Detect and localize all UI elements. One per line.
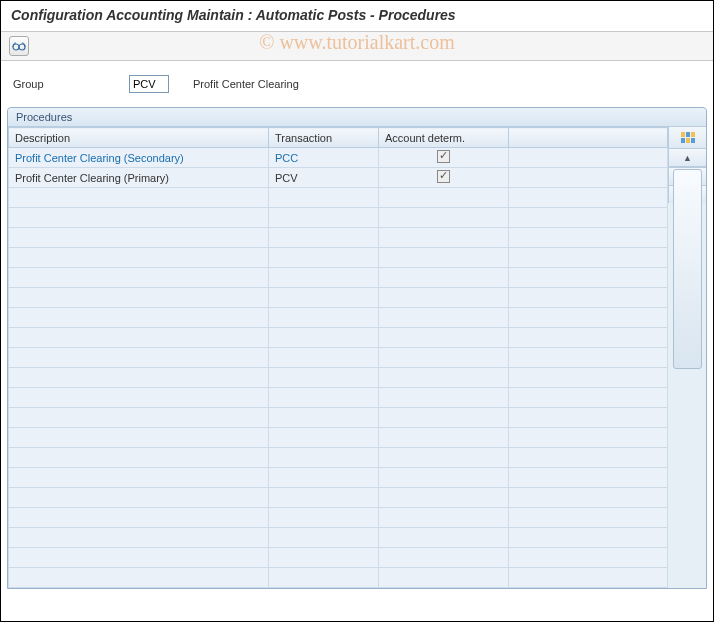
table-row-empty[interactable] (9, 288, 668, 308)
cell-empty[interactable] (379, 368, 509, 388)
cell-empty[interactable] (379, 308, 509, 328)
scrollbar-thumb[interactable] (673, 169, 702, 369)
cell-empty[interactable] (269, 348, 379, 368)
cell-empty[interactable] (509, 288, 668, 308)
table-row[interactable]: Profit Center Clearing (Secondary)PCC (9, 148, 668, 168)
group-input[interactable] (129, 75, 169, 93)
cell-empty[interactable] (269, 568, 379, 588)
cell-empty[interactable] (379, 468, 509, 488)
cell-empty[interactable] (509, 568, 668, 588)
col-account-determ[interactable]: Account determ. (379, 128, 509, 148)
cell-empty[interactable] (379, 508, 509, 528)
cell-empty[interactable] (269, 308, 379, 328)
cell-empty[interactable] (9, 468, 269, 488)
table-row-empty[interactable] (9, 188, 668, 208)
cell-empty[interactable] (9, 348, 269, 368)
cell-empty[interactable] (379, 448, 509, 468)
cell-empty[interactable] (509, 448, 668, 468)
table-row[interactable]: Profit Center Clearing (Primary)PCV (9, 168, 668, 188)
cell-empty[interactable] (509, 208, 668, 228)
cell-empty[interactable] (269, 228, 379, 248)
cell-description[interactable]: Profit Center Clearing (Primary) (9, 168, 269, 188)
table-row-empty[interactable] (9, 368, 668, 388)
cell-empty[interactable] (9, 208, 269, 228)
table-row-empty[interactable] (9, 488, 668, 508)
cell-empty[interactable] (379, 208, 509, 228)
cell-empty[interactable] (379, 548, 509, 568)
cell-empty[interactable] (509, 328, 668, 348)
table-settings-button[interactable] (669, 127, 706, 149)
table-row-empty[interactable] (9, 568, 668, 588)
table-row-empty[interactable] (9, 388, 668, 408)
cell-empty[interactable] (509, 228, 668, 248)
cell-empty[interactable] (9, 508, 269, 528)
cell-empty[interactable] (269, 188, 379, 208)
cell-empty[interactable] (379, 268, 509, 288)
cell-empty[interactable] (269, 468, 379, 488)
table-row-empty[interactable] (9, 328, 668, 348)
cell-empty[interactable] (379, 188, 509, 208)
col-description[interactable]: Description (9, 128, 269, 148)
cell-empty[interactable] (9, 368, 269, 388)
cell-empty[interactable] (509, 308, 668, 328)
cell-empty[interactable] (269, 508, 379, 528)
table-row-empty[interactable] (9, 508, 668, 528)
table-row-empty[interactable] (9, 208, 668, 228)
table-row-empty[interactable] (9, 468, 668, 488)
cell-empty[interactable] (379, 228, 509, 248)
table-row-empty[interactable] (9, 408, 668, 428)
cell-empty[interactable] (9, 528, 269, 548)
col-transaction[interactable]: Transaction (269, 128, 379, 148)
cell-empty[interactable] (509, 408, 668, 428)
table-row-empty[interactable] (9, 268, 668, 288)
cell-empty[interactable] (509, 548, 668, 568)
cell-empty[interactable] (9, 448, 269, 468)
cell-empty[interactable] (269, 328, 379, 348)
cell-empty[interactable] (509, 488, 668, 508)
table-row-empty[interactable] (9, 428, 668, 448)
checkbox-icon[interactable] (437, 150, 450, 163)
cell-empty[interactable] (269, 368, 379, 388)
table-row-empty[interactable] (9, 308, 668, 328)
table-row-empty[interactable] (9, 348, 668, 368)
cell-empty[interactable] (269, 208, 379, 228)
cell-empty[interactable] (379, 488, 509, 508)
table-row-empty[interactable] (9, 448, 668, 468)
cell-empty[interactable] (509, 248, 668, 268)
cell-empty[interactable] (269, 408, 379, 428)
cell-empty[interactable] (269, 268, 379, 288)
table-row-empty[interactable] (9, 528, 668, 548)
cell-account-determ[interactable] (379, 168, 509, 188)
cell-empty[interactable] (379, 288, 509, 308)
cell-account-determ[interactable] (379, 148, 509, 168)
cell-empty[interactable] (269, 388, 379, 408)
table-row-empty[interactable] (9, 548, 668, 568)
cell-empty[interactable] (379, 388, 509, 408)
cell-transaction[interactable]: PCV (269, 168, 379, 188)
cell-empty[interactable] (9, 388, 269, 408)
cell-empty[interactable] (509, 388, 668, 408)
cell-empty[interactable] (9, 308, 269, 328)
cell-empty[interactable] (9, 248, 269, 268)
cell-empty[interactable] (379, 348, 509, 368)
cell-empty[interactable] (269, 548, 379, 568)
cell-transaction[interactable]: PCC (269, 148, 379, 168)
cell-empty[interactable] (379, 408, 509, 428)
cell-empty[interactable] (9, 568, 269, 588)
cell-empty[interactable] (509, 508, 668, 528)
cell-empty[interactable] (9, 408, 269, 428)
cell-empty[interactable] (9, 228, 269, 248)
cell-empty[interactable] (269, 488, 379, 508)
cell-description[interactable]: Profit Center Clearing (Secondary) (9, 148, 269, 168)
cell-empty[interactable] (509, 368, 668, 388)
cell-empty[interactable] (379, 328, 509, 348)
cell-empty[interactable] (509, 428, 668, 448)
glasses-icon-button[interactable] (9, 36, 29, 56)
cell-empty[interactable] (269, 248, 379, 268)
cell-empty[interactable] (379, 568, 509, 588)
scroll-up-button[interactable]: ▲ (669, 149, 706, 167)
cell-empty[interactable] (269, 428, 379, 448)
cell-empty[interactable] (9, 328, 269, 348)
checkbox-icon[interactable] (437, 170, 450, 183)
cell-empty[interactable] (9, 268, 269, 288)
